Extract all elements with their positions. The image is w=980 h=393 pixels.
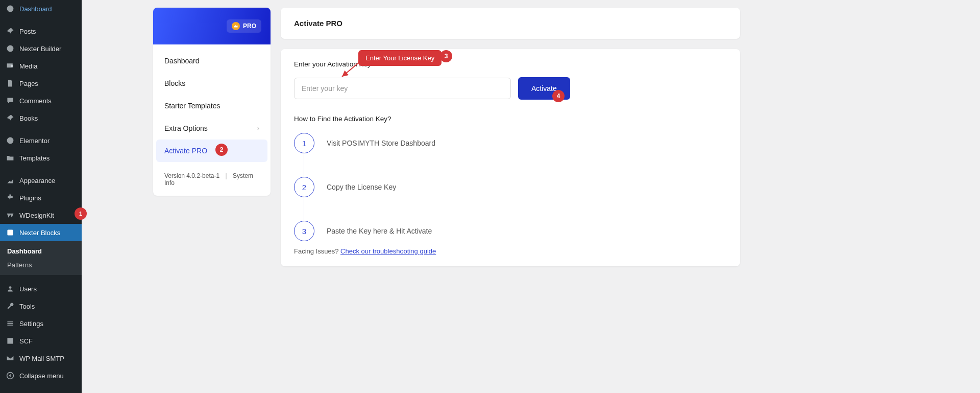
menu-dashboard[interactable]: Dashboard [0,0,82,17]
menu-label: SCF [19,337,33,345]
annotation-badge-2: 2 [215,144,228,156]
mail-icon [5,353,15,363]
nav-label: Extra Options [164,124,208,132]
menu-collapse[interactable]: Collapse menu [0,367,82,384]
main-content: PRO Dashboard Blocks Starter Templates E… [82,0,980,393]
license-key-input[interactable] [294,78,511,99]
menu-elementor[interactable]: Elementor [0,132,82,149]
users-icon [5,284,15,294]
menu-tools[interactable]: Tools [0,297,82,315]
menu-media[interactable]: Media [0,57,82,75]
annotation-badge-3: 3 [440,50,452,62]
step-number: 2 [294,177,314,197]
step-text: Copy the License Key [327,183,396,191]
issues-text: Facing Issues? [294,247,340,255]
annotation-badge-4: 4 [552,90,565,102]
svg-rect-6 [7,321,13,322]
plugins-icon [5,193,15,203]
menu-label: WDesignKit [19,212,54,219]
submenu-dashboard[interactable]: Dashboard [0,244,82,258]
version-text: Version 4.0.2-beta-1 [164,172,219,179]
menu-comments[interactable]: Comments [0,92,82,109]
step-number: 1 [294,133,314,153]
troubleshoot-link[interactable]: Check our troubleshooting guide [340,247,436,255]
nav-dashboard[interactable]: Dashboard [153,50,271,72]
nav-starter-templates[interactable]: Starter Templates [153,95,271,117]
svg-rect-7 [7,323,13,324]
menu-plugins[interactable]: Plugins [0,189,82,206]
menu-label: Nexter Builder [19,45,61,53]
menu-label: Users [19,285,37,293]
menu-label: Pages [19,80,38,87]
nav-label: Blocks [164,79,185,87]
dashboard-icon [5,4,15,14]
menu-wdesignkit[interactable]: WDesignKit 1 [0,206,82,224]
elementor-icon [5,135,15,146]
svg-rect-9 [7,338,13,343]
tools-icon [5,301,15,311]
nav-label: Starter Templates [164,102,220,110]
menu-label: Templates [19,154,50,162]
title-card: Activate PRO [281,8,740,39]
svg-point-5 [9,286,12,289]
content-column: Activate PRO Enter your Activation Key A… [281,0,740,393]
plugin-panel-sidebar: PRO Dashboard Blocks Starter Templates E… [153,8,271,196]
menu-nexter-blocks[interactable]: Nexter Blocks [0,224,82,241]
nexter-icon [5,43,15,54]
nav-activate-pro[interactable]: Activate PRO 2 [156,140,267,162]
annotation-label-3: Enter Your License Key [358,50,442,66]
collapse-icon [5,371,15,381]
nav-extra-options[interactable]: Extra Options › [153,117,271,140]
menu-scf[interactable]: SCF [0,332,82,350]
crown-icon [232,22,240,30]
activation-card: Enter your Activation Key Activate Enter… [281,49,740,266]
menu-label: Settings [19,320,43,328]
menu-wp-mail[interactable]: WP Mail SMTP [0,350,82,367]
nav-blocks[interactable]: Blocks [153,72,271,95]
panel-footer: Version 4.0.2-beta-1 | System Info [153,167,271,196]
menu-label: Plugins [19,194,41,202]
folder-icon [5,153,15,163]
menu-label: Tools [19,303,35,310]
menu-posts[interactable]: Posts [0,22,82,40]
svg-point-3 [7,137,14,144]
pro-badge-label: PRO [243,22,256,30]
submenu-patterns[interactable]: Patterns [0,258,82,272]
step-1: 1 Visit POSIMYTH Store Dashboard [294,133,727,153]
submenu-nexter-blocks: Dashboard Patterns [0,241,82,275]
menu-label: Nexter Blocks [19,229,60,237]
annotation-badge-1: 1 [75,207,87,220]
step-2: 2 Copy the License Key [294,177,727,197]
troubleshoot-note: Facing Issues? Check our troubleshooting… [294,247,727,255]
howto-title: How to Find the Activation Key? [294,115,727,123]
menu-pages[interactable]: Pages [0,75,82,92]
appearance-icon [5,175,15,186]
menu-label: Comments [19,97,52,105]
menu-label: Dashboard [19,5,52,13]
step-3: 3 Paste the Key here & Hit Activate [294,221,727,241]
comments-icon [5,96,15,106]
svg-point-0 [7,45,14,52]
menu-books[interactable]: Books [0,109,82,127]
panel-nav: Dashboard Blocks Starter Templates Extra… [153,44,271,167]
menu-users[interactable]: Users [0,280,82,297]
steps-list: 1 Visit POSIMYTH Store Dashboard 2 Copy … [294,133,727,241]
pin-icon [5,26,15,36]
menu-label: WP Mail SMTP [19,355,64,362]
nexter-blocks-icon [5,227,15,238]
menu-templates[interactable]: Templates [0,149,82,167]
settings-icon [5,318,15,329]
wdesignkit-icon [5,210,15,220]
scf-icon [5,336,15,346]
menu-settings[interactable]: Settings [0,315,82,332]
step-text: Paste the Key here & Hit Activate [327,227,432,235]
pro-badge[interactable]: PRO [227,19,261,33]
chevron-right-icon: › [257,125,259,132]
menu-label: Appearance [19,177,55,184]
menu-nexter-builder[interactable]: Nexter Builder [0,40,82,57]
menu-appearance[interactable]: Appearance [0,172,82,189]
media-icon [5,61,15,71]
step-text: Visit POSIMYTH Store Dashboard [327,139,435,147]
svg-point-2 [11,65,13,67]
menu-label: Books [19,114,38,122]
